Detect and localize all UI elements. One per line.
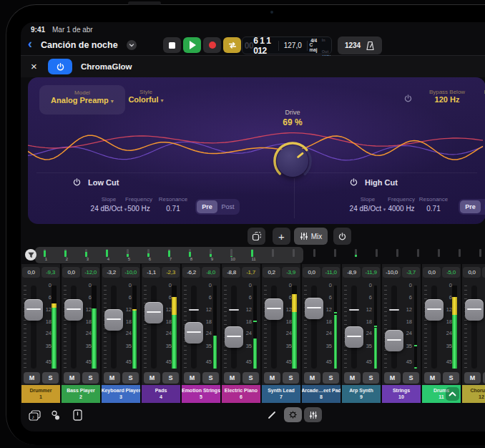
fader-handle[interactable] bbox=[425, 299, 444, 321]
track-label[interactable]: Drums11 bbox=[422, 385, 461, 403]
fader-handle[interactable] bbox=[385, 330, 403, 351]
style-selector[interactable]: Style Colorful ▾ bbox=[114, 89, 178, 104]
mute-button[interactable]: M bbox=[184, 372, 200, 384]
style-value[interactable]: Colorful ▾ bbox=[114, 95, 178, 104]
bypass-power-button[interactable] bbox=[403, 93, 413, 106]
solo-button[interactable]: S bbox=[42, 372, 59, 384]
solo-button[interactable]: S bbox=[283, 372, 299, 384]
track-label[interactable]: Drummer1 bbox=[21, 385, 60, 403]
low-cut-resonance-value[interactable]: 0.71 bbox=[148, 205, 198, 213]
volume-readout[interactable]: -10,0 bbox=[383, 267, 401, 278]
track-label[interactable]: Keyboard Player3 bbox=[102, 385, 140, 403]
drive-knob[interactable] bbox=[272, 140, 313, 182]
solo-button[interactable]: S bbox=[363, 372, 379, 384]
low-cut-power-icon[interactable] bbox=[72, 177, 82, 187]
track-label[interactable]: Bass Player2 bbox=[62, 385, 100, 403]
track-label[interactable]: Arcade…eet Pad8 bbox=[302, 385, 341, 403]
fader-handle[interactable] bbox=[144, 302, 163, 323]
copy-plugin-button[interactable] bbox=[248, 228, 265, 245]
plugin-power-button[interactable] bbox=[48, 59, 72, 74]
volume-readout[interactable]: -6,2 bbox=[182, 267, 200, 278]
fader-track[interactable] bbox=[471, 286, 477, 369]
fader-track[interactable] bbox=[431, 286, 437, 369]
volume-readout[interactable]: 0,0 bbox=[22, 267, 40, 278]
pre-segment[interactable]: Pre bbox=[197, 200, 217, 213]
model-value[interactable]: Analog Preamp ▾ bbox=[39, 96, 125, 104]
mixer-view-button[interactable] bbox=[304, 407, 322, 422]
volume-readout[interactable]: 0,0 bbox=[463, 267, 481, 278]
level-value[interactable]: 0.0 bbox=[466, 95, 485, 104]
record-button[interactable] bbox=[203, 37, 221, 53]
play-button[interactable] bbox=[183, 37, 201, 53]
fader-handle[interactable] bbox=[305, 298, 323, 319]
play-surface-button[interactable] bbox=[69, 408, 85, 422]
high-cut-power-icon[interactable] bbox=[349, 177, 358, 187]
close-plugin-icon[interactable]: × bbox=[31, 60, 37, 72]
fader-handle[interactable] bbox=[265, 298, 283, 320]
mute-button[interactable]: M bbox=[64, 372, 80, 384]
fader-handle[interactable] bbox=[24, 299, 43, 321]
fader-handle[interactable] bbox=[465, 299, 484, 321]
solo-button[interactable]: S bbox=[443, 372, 459, 384]
volume-readout[interactable]: 0,0 bbox=[303, 267, 320, 278]
track-label[interactable]: Strings10 bbox=[382, 385, 421, 403]
solo-button[interactable]: S bbox=[202, 372, 219, 384]
song-title[interactable]: Canción de noche bbox=[41, 40, 118, 50]
mute-button[interactable]: M bbox=[384, 372, 401, 384]
solo-button[interactable]: S bbox=[403, 372, 419, 384]
solo-button[interactable]: S bbox=[162, 372, 179, 384]
fader-handle[interactable] bbox=[225, 326, 243, 348]
plugins-button[interactable] bbox=[48, 408, 64, 422]
add-plugin-button[interactable]: + bbox=[273, 228, 290, 245]
mute-button[interactable]: M bbox=[264, 372, 280, 384]
controls-view-button[interactable] bbox=[284, 407, 302, 422]
back-chevron-icon[interactable]: ‹ bbox=[28, 36, 32, 52]
volume-readout[interactable]: -8,9 bbox=[343, 267, 361, 278]
cycle-button[interactable] bbox=[223, 37, 241, 53]
track-label[interactable]: Pads4 bbox=[142, 385, 180, 403]
volume-readout[interactable]: -3,2 bbox=[102, 267, 120, 278]
count-in-button[interactable]: 1234 bbox=[345, 42, 361, 49]
post-segment[interactable]: Post bbox=[481, 200, 485, 213]
mute-button[interactable]: M bbox=[304, 372, 320, 384]
fader-handle[interactable] bbox=[64, 299, 83, 321]
solo-button[interactable]: S bbox=[82, 372, 99, 384]
filter-icon[interactable] bbox=[25, 249, 36, 260]
fader-handle[interactable] bbox=[104, 309, 123, 331]
metronome-icon[interactable] bbox=[366, 41, 375, 51]
fader-track[interactable] bbox=[71, 286, 77, 369]
track-label[interactable]: Chorus V12 bbox=[462, 385, 485, 403]
mute-button[interactable]: M bbox=[224, 372, 240, 384]
fader-track[interactable] bbox=[31, 286, 36, 369]
mute-button[interactable]: M bbox=[104, 372, 120, 384]
volume-readout[interactable]: -8,8 bbox=[222, 267, 240, 278]
track-label[interactable]: Arp Synth9 bbox=[342, 385, 381, 403]
solo-button[interactable]: S bbox=[122, 372, 139, 384]
loop-browser-button[interactable]: ♪ bbox=[26, 408, 42, 422]
track-label[interactable]: Emotion Strings5 bbox=[182, 385, 220, 403]
lcd-display[interactable]: 00 6 1 1 012 127,0 4/4 C maj In Out MIDI bbox=[242, 36, 332, 54]
count-in-metronome-group[interactable]: 1234 bbox=[338, 36, 382, 54]
pre-segment[interactable]: Pre bbox=[460, 200, 481, 213]
mute-button[interactable]: M bbox=[424, 372, 441, 384]
fader-track[interactable] bbox=[391, 286, 397, 369]
volume-readout[interactable]: 0,0 bbox=[62, 267, 80, 278]
track-label[interactable]: Synth Lead7 bbox=[262, 385, 300, 403]
track-label[interactable]: Electric Piano6 bbox=[222, 385, 260, 403]
volume-readout[interactable]: 0,2 bbox=[263, 267, 280, 278]
mute-button[interactable]: M bbox=[464, 372, 481, 384]
fader-track[interactable] bbox=[151, 286, 157, 369]
level-control[interactable]: Level 0.0 bbox=[466, 89, 485, 104]
mix-view-button[interactable]: Mix bbox=[294, 228, 328, 245]
high-cut-resonance-value[interactable]: 0.71 bbox=[408, 205, 459, 213]
solo-button[interactable]: S bbox=[323, 372, 339, 384]
mixer-power-button[interactable] bbox=[333, 228, 351, 245]
volume-readout[interactable]: 0,0 bbox=[423, 267, 441, 278]
mute-button[interactable]: M bbox=[344, 372, 361, 384]
fader-handle[interactable] bbox=[345, 326, 363, 348]
model-selector[interactable]: Model Analog Preamp ▾ bbox=[39, 85, 125, 115]
post-segment[interactable]: Post bbox=[217, 200, 238, 213]
stop-button[interactable] bbox=[163, 37, 181, 53]
mute-button[interactable]: M bbox=[24, 372, 40, 384]
edit-pencil-icon[interactable] bbox=[264, 408, 280, 422]
